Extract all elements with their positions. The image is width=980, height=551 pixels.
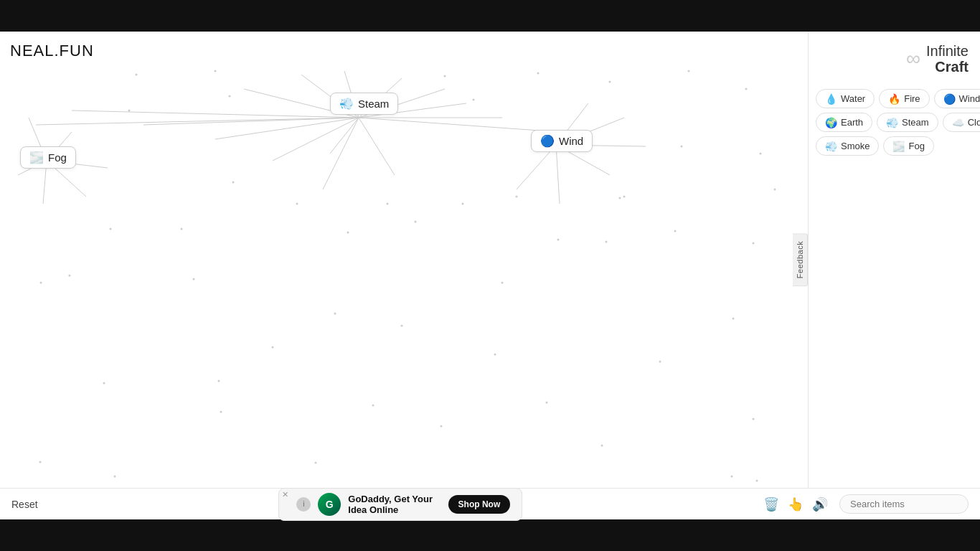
sidebar-row-3: 💨 Smoke 🌫️ Fog [816,136,973,156]
svg-point-63 [601,445,603,447]
svg-point-64 [732,318,735,320]
steam-canvas-icon: 💨 [339,98,354,110]
svg-point-56 [69,275,71,277]
infinite-icon: ∞ [906,47,920,70]
svg-point-49 [110,228,112,230]
undo-icon[interactable]: 👆 [788,496,804,512]
svg-point-28 [136,74,138,76]
sidebar-header: ∞ Infinite Craft [809,32,980,83]
svg-point-54 [674,230,677,232]
sidebar-row-2: 🌍 Earth 💨 Steam ☁️ Cloud [816,113,973,132]
svg-line-9 [359,118,395,175]
svg-point-51 [415,221,417,223]
search-input[interactable] [839,494,969,514]
feedback-button[interactable]: Feedback [793,233,808,286]
svg-line-15 [36,118,359,125]
svg-point-53 [606,241,608,243]
svg-line-7 [359,118,560,132]
svg-line-11 [273,118,359,161]
svg-point-36 [128,110,131,112]
connection-lines [0,32,808,488]
sidebar-row-1: 💧 Water 🔥 Fire 🔵 Wind [816,89,973,108]
svg-point-73 [731,476,733,478]
sidebar-item-earth[interactable]: 🌍 Earth [816,113,872,132]
svg-point-50 [347,232,349,234]
ad-info-icon: i [296,497,311,512]
svg-point-77 [315,462,317,464]
svg-line-14 [72,110,359,118]
ad-container: ✕ i G GoDaddy, Get Your Idea Online Shop… [50,488,752,521]
main-content: NEAL.FUN [0,32,980,488]
svg-line-20 [556,145,560,204]
elements-sidebar: ∞ Infinite Craft 💧 Water 🔥 Fi [808,32,980,488]
trash-icon[interactable]: 🗑️ [763,496,779,512]
fog-canvas-element[interactable]: 🌫️ Fog [20,146,76,169]
svg-point-39 [681,146,683,148]
sidebar-item-water[interactable]: 💧 Water [816,89,875,108]
fog-canvas-icon: 🌫️ [29,152,44,164]
svg-point-41 [774,189,776,191]
bottom-icons-group: 🗑️ 👆 🔊 [763,496,828,512]
svg-point-32 [609,81,611,83]
svg-point-70 [372,405,374,407]
sound-icon[interactable]: 🔊 [812,496,828,512]
svg-point-65 [753,418,755,420]
svg-point-44 [387,203,389,205]
fire-icon: 🔥 [888,94,900,104]
svg-point-34 [745,88,748,90]
sidebar-item-cloud[interactable]: ☁️ Cloud [943,113,980,132]
svg-point-46 [516,196,518,198]
svg-point-31 [537,72,540,75]
fog-canvas-label: Fog [48,151,67,164]
water-icon: 💧 [825,94,837,104]
fog-label: Fog [908,141,924,151]
svg-point-52 [557,239,560,241]
svg-point-30 [444,75,446,77]
svg-point-29 [215,70,217,72]
app-title: Infinite Craft [926,43,969,75]
svg-point-47 [619,197,621,199]
svg-point-71 [440,425,443,428]
svg-point-62 [546,402,548,404]
svg-point-61 [494,354,496,356]
ad-logo: G [318,493,341,516]
svg-line-12 [215,118,359,139]
sidebar-item-smoke[interactable]: 💨 Smoke [816,136,879,156]
craft-canvas[interactable]: NEAL.FUN [0,32,808,488]
svg-point-33 [688,70,690,72]
svg-point-59 [334,313,336,315]
ad-text: GoDaddy, Get Your Idea Online [348,494,440,515]
top-black-bar [0,0,980,32]
svg-point-37 [473,99,475,101]
svg-line-8 [330,118,359,154]
wind-canvas-label: Wind [559,135,583,147]
steam-icon: 💨 [886,118,898,128]
sidebar-item-steam[interactable]: 💨 Steam [877,113,938,132]
svg-point-72 [659,361,661,363]
svg-point-60 [401,325,403,327]
svg-point-45 [462,203,464,205]
sidebar-item-wind[interactable]: 🔵 Wind [934,89,980,108]
wind-label: Wind [959,93,980,104]
wind-canvas-icon: 🔵 [540,136,555,147]
sidebar-items-list: 💧 Water 🔥 Fire 🔵 Wind 🌍 [809,83,980,488]
craft-label: Craft [926,59,969,75]
steam-canvas-element[interactable]: 💨 Steam [330,93,398,115]
ad-cta-button[interactable]: Shop Now [448,495,511,514]
reset-button[interactable]: Reset [11,499,38,510]
site-logo[interactable]: NEAL.FUN [10,42,94,60]
svg-point-38 [623,196,626,198]
ad-close-button[interactable]: ✕ [282,490,288,499]
background-dots [0,32,808,488]
water-label: Water [841,93,865,104]
steam-canvas-label: Steam [358,98,389,110]
steam-label: Steam [902,117,929,128]
svg-point-55 [753,242,755,245]
cloud-icon: ☁️ [952,118,964,128]
svg-point-74 [756,480,758,482]
svg-line-10 [323,118,359,189]
svg-point-68 [114,476,116,478]
sidebar-item-fog[interactable]: 🌫️ Fog [883,136,933,156]
sidebar-item-fire[interactable]: 🔥 Fire [879,89,929,108]
wind-canvas-element[interactable]: 🔵 Wind [531,130,593,152]
